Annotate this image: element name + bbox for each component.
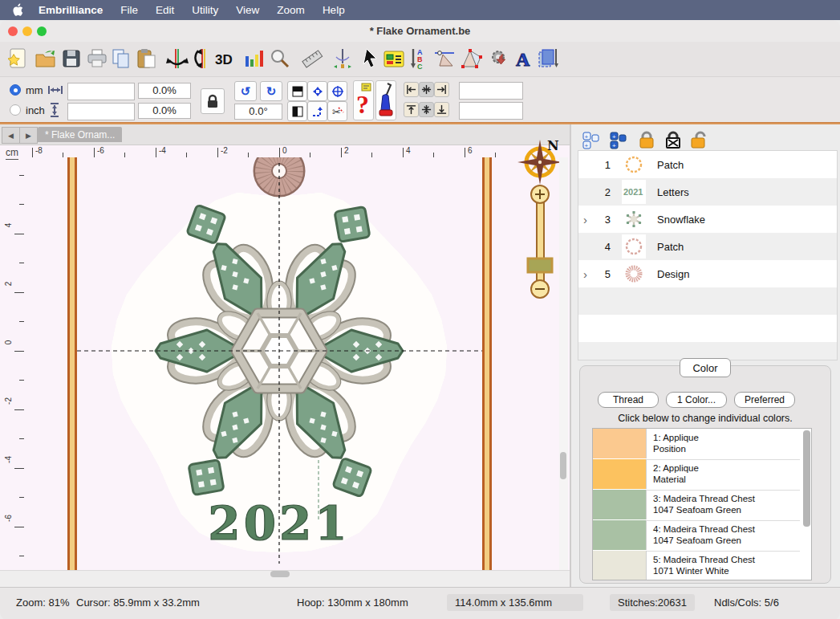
lock-aspect-button[interactable] [201, 88, 225, 114]
expand-all-icon[interactable]: ++ [582, 132, 600, 149]
density-chart-icon[interactable] [242, 45, 266, 72]
width-input[interactable] [67, 83, 135, 100]
center-design-icon[interactable] [307, 81, 327, 101]
paste-icon[interactable] [135, 45, 159, 72]
design-canvas[interactable]: 2021 [24, 157, 558, 570]
align-bottom-button[interactable] [434, 102, 449, 117]
generate-stitches-icon[interactable] [488, 45, 512, 72]
object-panel: ++ ++ 1 Patch 2 2021 Letters › 3 Snowfla… [571, 124, 840, 587]
menu-utility[interactable]: Utility [183, 0, 227, 20]
menu-embrilliance[interactable]: Embrilliance [30, 0, 112, 20]
view-3d-icon[interactable]: 3D [213, 45, 237, 72]
disclosure-icon[interactable]: › [583, 267, 587, 281]
collapse-all-icon[interactable]: ++ [610, 132, 627, 149]
object-row-design[interactable]: › 5 Design [578, 260, 837, 288]
menu-view[interactable]: View [227, 0, 268, 20]
prev-tab-button[interactable]: ◀ [2, 127, 20, 144]
open-icon[interactable] [34, 45, 58, 72]
select-cursor-icon[interactable] [359, 45, 383, 72]
color-swatch [593, 551, 647, 580]
lock-icon[interactable] [637, 130, 656, 149]
zoom-slider-handle [528, 259, 552, 272]
align-right-button[interactable] [434, 82, 449, 97]
color-row[interactable]: 2: AppliqueMaterial [593, 459, 800, 491]
color-sequence-icon[interactable]: ABC [406, 45, 430, 72]
align-center-h-button[interactable] [419, 82, 434, 97]
measure-icon[interactable] [300, 45, 324, 72]
height-percent-field[interactable]: 0.0% [138, 103, 191, 119]
align-top-button[interactable] [404, 102, 419, 117]
object-row-snowflake[interactable]: › 3 Snowflake [578, 206, 837, 234]
color-swatch [593, 490, 647, 519]
color-row[interactable]: 4: Madeira Thread Chest1047 Seafoam Gree… [593, 520, 800, 552]
preferred-button[interactable]: Preferred [734, 392, 795, 408]
thread-button[interactable]: Thread [598, 392, 659, 408]
properties-icon[interactable] [382, 45, 406, 72]
align-x-input[interactable] [459, 82, 523, 100]
horizontal-scrollbar[interactable] [270, 571, 290, 577]
lettering-icon[interactable]: A [512, 45, 536, 72]
stitch-points-icon[interactable] [331, 45, 355, 72]
align-left-button[interactable] [404, 82, 419, 97]
color-tab[interactable]: Color [680, 358, 731, 377]
rotate-right-button[interactable]: ↻ [260, 81, 282, 101]
width-percent-field[interactable]: 0.0% [138, 83, 191, 99]
split-vertical-icon[interactable] [287, 101, 307, 121]
next-tab-button[interactable]: ▶ [19, 127, 38, 144]
height-input[interactable] [67, 103, 135, 120]
vertical-scrollbar[interactable] [560, 452, 566, 479]
ruler-tick-label: -8 [35, 146, 43, 155]
lock-none-icon[interactable] [663, 130, 683, 149]
object-row-patch-2[interactable]: 4 Patch [578, 233, 837, 261]
print-icon[interactable] [85, 45, 109, 72]
ruler-tick-label: 6 [468, 146, 473, 155]
align-center-v-button[interactable] [419, 102, 434, 117]
align-y-input[interactable] [459, 102, 523, 120]
menu-help[interactable]: Help [314, 0, 354, 20]
stitch-select-icon[interactable] [433, 45, 457, 72]
help-question-icon[interactable]: ? [353, 80, 374, 120]
save-icon[interactable] [59, 45, 83, 72]
unit-inch-radio[interactable] [10, 104, 21, 116]
merge-design-icon[interactable] [536, 45, 560, 72]
document-tab[interactable]: * Flake Ornam... [38, 127, 122, 142]
object-number: 5 [590, 268, 611, 280]
color-row[interactable]: 5: Madeira Thread Chest1071 Winter White [593, 551, 800, 580]
one-color-button[interactable]: 1 Color... [666, 392, 727, 408]
object-row-letters[interactable]: 2 2021 Letters [578, 178, 837, 206]
split-horizontal-icon[interactable] [287, 81, 307, 101]
color-panel: Color Thread 1 Color... Preferred Click … [579, 365, 831, 584]
ruler-unit-label: cm [6, 147, 18, 160]
baste-icon[interactable] [307, 101, 327, 121]
object-row-patch-1[interactable]: 1 Patch [578, 151, 837, 179]
flip-vertical-icon[interactable] [191, 45, 215, 72]
apple-menu-icon[interactable] [0, 0, 30, 20]
menu-edit[interactable]: Edit [147, 0, 183, 20]
status-stitches: Stitches:20631 [610, 594, 695, 611]
disclosure-icon[interactable]: › [583, 213, 587, 226]
svg-text:?: ? [356, 90, 369, 119]
mesh-edit-icon[interactable] [459, 45, 483, 72]
menu-file[interactable]: File [112, 0, 147, 20]
color-list-scrollbar[interactable] [803, 430, 810, 527]
color-title: 1: Applique [653, 432, 699, 443]
center-hoop-icon[interactable] [327, 81, 347, 101]
angle-field[interactable]: 0.0° [234, 104, 282, 120]
color-row[interactable]: 1: AppliquePosition [593, 429, 800, 460]
hoop-left-edge [67, 157, 77, 570]
copy-icon[interactable] [109, 45, 133, 72]
trim-icon[interactable]: ✂ [327, 101, 347, 121]
flip-horizontal-icon[interactable] [165, 45, 189, 72]
zoom-tool-icon[interactable] [268, 45, 292, 72]
compass-n-label: N [547, 138, 559, 153]
menu-zoom[interactable]: Zoom [268, 0, 314, 20]
rotate-left-button[interactable]: ↺ [234, 81, 257, 101]
new-file-icon[interactable] [6, 45, 30, 72]
zoom-slider[interactable] [528, 185, 552, 298]
unlock-icon[interactable] [689, 130, 710, 149]
stitch-simulator-icon[interactable] [375, 80, 396, 120]
color-row[interactable]: 3: Madeira Thread Chest1047 Seafoam Gree… [593, 490, 800, 521]
object-number: 1 [590, 159, 611, 171]
unit-mm-radio[interactable] [10, 84, 21, 96]
ruler-tick-label: 0 [282, 146, 287, 155]
